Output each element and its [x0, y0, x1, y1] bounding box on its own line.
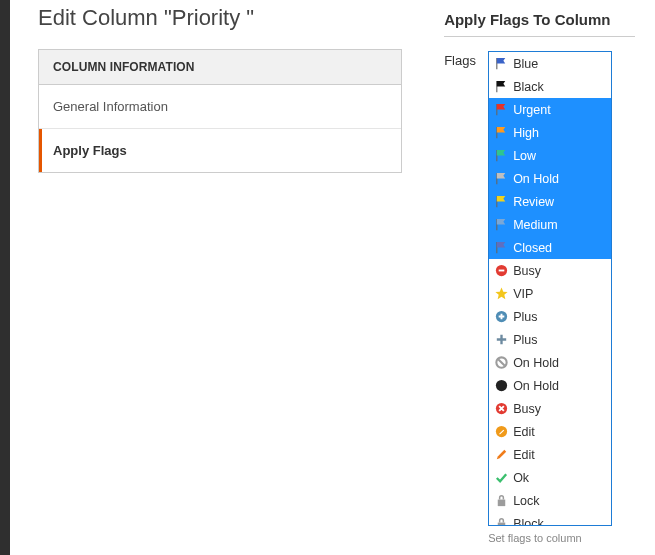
- flag-icon: [493, 102, 509, 118]
- plus-circle-icon: [493, 309, 509, 325]
- flag-icon: [493, 148, 509, 164]
- flag-option-on-hold-13[interactable]: On Hold: [489, 351, 611, 374]
- flag-option-label: On Hold: [513, 378, 559, 394]
- section-title: Apply Flags To Column: [444, 11, 635, 37]
- lock-icon: [493, 516, 509, 527]
- app-left-rail: [0, 0, 10, 555]
- panel-header: COLUMN INFORMATION: [39, 50, 401, 85]
- sidebar-item-general-information[interactable]: General Information: [39, 85, 401, 129]
- pencil-icon: [493, 447, 509, 463]
- flag-option-label: Medium: [513, 217, 557, 233]
- minus-circle-icon: [493, 263, 509, 279]
- page-title: Edit Column "Priority ": [38, 5, 402, 31]
- flag-option-label: Block: [513, 516, 544, 527]
- flag-option-label: Busy: [513, 401, 541, 417]
- flag-icon: [493, 171, 509, 187]
- flag-option-label: Ok: [513, 470, 529, 486]
- flag-icon: [493, 217, 509, 233]
- flag-option-label: On Hold: [513, 171, 559, 187]
- flag-option-on-hold-5[interactable]: On Hold: [489, 167, 611, 190]
- flag-option-medium-7[interactable]: Medium: [489, 213, 611, 236]
- flag-option-block-20[interactable]: Block: [489, 512, 611, 526]
- flag-option-label: VIP: [513, 286, 533, 302]
- flag-option-label: Edit: [513, 447, 535, 463]
- flag-option-edit-16[interactable]: Edit: [489, 420, 611, 443]
- star-icon: [493, 286, 509, 302]
- flag-option-lock-19[interactable]: Lock: [489, 489, 611, 512]
- flag-option-label: Plus: [513, 332, 537, 348]
- flag-option-label: Black: [513, 79, 544, 95]
- flag-option-label: Edit: [513, 424, 535, 440]
- x-circle-icon: [493, 401, 509, 417]
- flags-multiselect[interactable]: BlueBlackUrgentHighLowOn HoldReviewMediu…: [488, 51, 612, 526]
- flag-option-on-hold-14[interactable]: On Hold: [489, 374, 611, 397]
- flag-option-blue-0[interactable]: Blue: [489, 52, 611, 75]
- flag-option-closed-8[interactable]: Closed: [489, 236, 611, 259]
- lock-icon: [493, 493, 509, 509]
- flag-option-label: Lock: [513, 493, 539, 509]
- flag-option-label: Closed: [513, 240, 552, 256]
- flag-option-label: Plus: [513, 309, 537, 325]
- flag-option-label: On Hold: [513, 355, 559, 371]
- flag-option-busy-15[interactable]: Busy: [489, 397, 611, 420]
- flag-option-low-4[interactable]: Low: [489, 144, 611, 167]
- plus-icon: [493, 332, 509, 348]
- flag-option-black-1[interactable]: Black: [489, 75, 611, 98]
- flags-field-label: Flags: [444, 51, 476, 68]
- flag-option-plus-11[interactable]: Plus: [489, 305, 611, 328]
- flag-option-label: Blue: [513, 56, 538, 72]
- flag-option-label: Busy: [513, 263, 541, 279]
- flag-icon: [493, 56, 509, 72]
- column-info-panel: COLUMN INFORMATION General InformationAp…: [38, 49, 402, 173]
- flag-option-vip-10[interactable]: VIP: [489, 282, 611, 305]
- svg-point-3: [496, 380, 507, 391]
- flag-option-plus-12[interactable]: Plus: [489, 328, 611, 351]
- flag-icon: [493, 79, 509, 95]
- flag-option-high-3[interactable]: High: [489, 121, 611, 144]
- flag-option-edit-17[interactable]: Edit: [489, 443, 611, 466]
- flag-option-review-6[interactable]: Review: [489, 190, 611, 213]
- flag-icon: [493, 194, 509, 210]
- circle-icon: [493, 378, 509, 394]
- flag-option-urgent-2[interactable]: Urgent: [489, 98, 611, 121]
- flag-option-label: Review: [513, 194, 554, 210]
- flag-option-label: Low: [513, 148, 536, 164]
- flag-option-label: Urgent: [513, 102, 551, 118]
- flag-option-label: High: [513, 125, 539, 141]
- flag-option-busy-9[interactable]: Busy: [489, 259, 611, 282]
- pencil-circle-icon: [493, 424, 509, 440]
- check-icon: [493, 470, 509, 486]
- ban-icon: [493, 355, 509, 371]
- flag-icon: [493, 125, 509, 141]
- flags-helper-text: Set flags to column: [488, 532, 635, 544]
- flag-icon: [493, 240, 509, 256]
- sidebar-item-apply-flags[interactable]: Apply Flags: [39, 129, 401, 172]
- flag-option-ok-18[interactable]: Ok: [489, 466, 611, 489]
